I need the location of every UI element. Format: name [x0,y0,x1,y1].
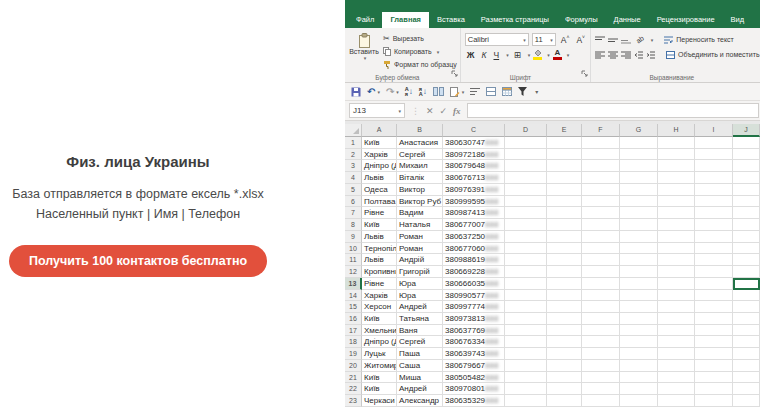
cell-A6[interactable]: Полтава [362,196,397,208]
cell-D9[interactable] [505,231,547,243]
cell-D22[interactable] [505,383,547,395]
cell-D4[interactable] [505,172,547,184]
cell-H23[interactable] [658,395,695,407]
cell-E10[interactable] [547,243,582,255]
cell-B23[interactable]: Александр [397,395,443,407]
cell-C1[interactable]: 380630747888 [443,137,505,149]
tab-Формулы[interactable]: Формулы [557,12,606,28]
cell-H7[interactable] [658,207,695,219]
edit-form-icon[interactable]: ▾ [450,87,465,97]
align-left-icon[interactable] [595,51,605,59]
cell-J14[interactable] [733,290,760,302]
cell-I10[interactable] [695,243,733,255]
cell-G23[interactable] [620,395,658,407]
cell-H19[interactable] [658,348,695,360]
cell-G2[interactable] [620,149,658,161]
cell-B22[interactable]: Андрей [397,383,443,395]
cell-A13[interactable]: Рівне [362,278,397,290]
cell-F6[interactable] [582,196,620,208]
cell-I15[interactable] [695,301,733,313]
cell-J23[interactable] [733,395,760,407]
orientation-button[interactable]: ab [633,33,647,46]
row-header-10[interactable]: 10 [345,243,362,255]
cell-F22[interactable] [582,383,620,395]
cell-G3[interactable] [620,160,658,172]
row-header-3[interactable]: 3 [345,160,362,172]
merge-center-button[interactable]: Объединить и поместить [666,48,760,61]
copy-button[interactable]: Копировать ▾ [383,45,457,58]
cell-D18[interactable] [505,336,547,348]
cell-H10[interactable] [658,243,695,255]
cell-A2[interactable]: Харків [362,149,397,161]
cell-B19[interactable]: Паша [397,348,443,360]
cell-I21[interactable] [695,372,733,384]
cell-H14[interactable] [658,290,695,302]
row-header-23[interactable]: 23 [345,395,362,407]
font-color-dropdown-icon[interactable]: ▾ [567,52,570,58]
cell-C11[interactable]: 380988619888 [443,254,505,266]
cell-I19[interactable] [695,348,733,360]
cell-E18[interactable] [547,336,582,348]
cell-E20[interactable] [547,360,582,372]
cell-B17[interactable]: Ваня [397,325,443,337]
cell-I18[interactable] [695,336,733,348]
enter-button[interactable]: ✓ [440,106,448,116]
cell-B6[interactable]: Виктор Руб [397,196,443,208]
cell-B14[interactable]: Юра [397,290,443,302]
cell-C14[interactable]: 380990577888 [443,290,505,302]
redo-icon[interactable]: ↷▾ [386,87,399,97]
cell-A18[interactable]: Дніпро (Д [362,336,397,348]
cell-F21[interactable] [582,372,620,384]
cancel-button[interactable]: ✕ [426,106,434,116]
font-name-select[interactable]: Calibri ▾ [465,33,529,46]
cell-F12[interactable] [582,266,620,278]
cell-D14[interactable] [505,290,547,302]
cell-F1[interactable] [582,137,620,149]
cell-G19[interactable] [620,348,658,360]
cell-G22[interactable] [620,383,658,395]
cell-H2[interactable] [658,149,695,161]
underline-dropdown-icon[interactable]: ▾ [506,52,509,58]
grow-font-button[interactable]: A˄ [559,34,572,45]
cell-C19[interactable]: 380639743888 [443,348,505,360]
select-all-button[interactable] [345,124,362,137]
filter-icon[interactable] [518,87,527,96]
row-header-17[interactable]: 17 [345,325,362,337]
undo-icon[interactable]: ↶▾ [367,87,380,97]
cell-C8[interactable]: 380677007888 [443,219,505,231]
font-color-button[interactable]: А [553,49,562,60]
cell-G1[interactable] [620,137,658,149]
cell-E9[interactable] [547,231,582,243]
align-right-icon[interactable] [621,51,631,59]
cell-F19[interactable] [582,348,620,360]
cell-E7[interactable] [547,207,582,219]
cell-B21[interactable]: Миша [397,372,443,384]
cell-D20[interactable] [505,360,547,372]
cell-I23[interactable] [695,395,733,407]
row-header-5[interactable]: 5 [345,184,362,196]
cell-J10[interactable] [733,243,760,255]
align-middle-icon[interactable] [608,36,618,44]
cell-C20[interactable]: 380679667888 [443,360,505,372]
cell-F14[interactable] [582,290,620,302]
cell-E4[interactable] [547,172,582,184]
cell-C23[interactable]: 380635329888 [443,395,505,407]
cell-D17[interactable] [505,325,547,337]
name-box[interactable]: J13 ▾ [349,103,405,118]
cell-H16[interactable] [658,313,695,325]
column-header-H[interactable]: H [658,124,695,137]
cell-G13[interactable] [620,278,658,290]
bold-button[interactable]: Ж [465,50,477,60]
paste-dropdown-icon[interactable]: ▾ [364,55,367,61]
cell-C21[interactable]: 380505482888 [443,372,505,384]
sort-ascending-icon[interactable]: Ая↓ [405,87,413,97]
cell-E13[interactable] [547,278,582,290]
column-header-J[interactable]: J [733,124,760,137]
cell-H12[interactable] [658,266,695,278]
cell-E3[interactable] [547,160,582,172]
cell-J20[interactable] [733,360,760,372]
format-painter-button[interactable]: Формат по образцу [383,58,457,71]
cell-B4[interactable]: Віталік [397,172,443,184]
row-header-7[interactable]: 7 [345,207,362,219]
cell-F15[interactable] [582,301,620,313]
